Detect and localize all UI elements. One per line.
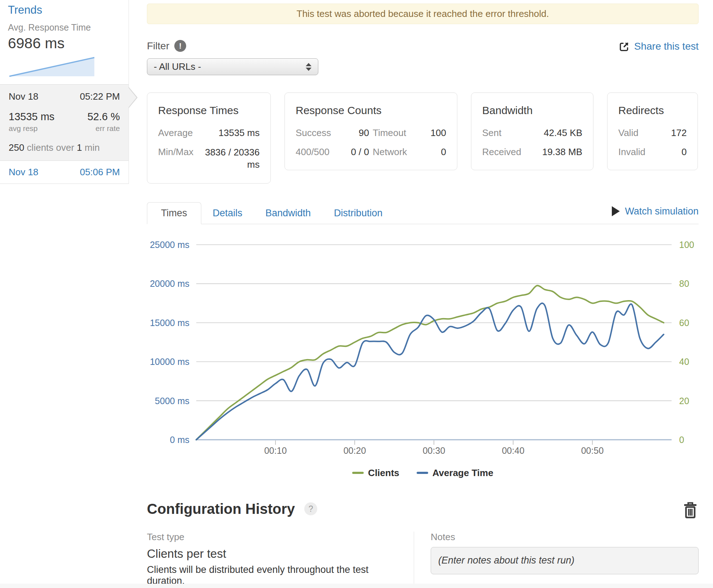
stat-label: Network — [373, 146, 417, 158]
tab-distribution[interactable]: Distribution — [322, 203, 394, 224]
times-line-chart: 0 ms5000 ms10000 ms15000 ms20000 ms25000… — [147, 239, 699, 462]
svg-text:100: 100 — [679, 240, 694, 250]
svg-text:10000 ms: 10000 ms — [150, 357, 189, 367]
stat-value: 0 / 0 — [344, 146, 369, 158]
stat-label: Success — [296, 127, 340, 139]
stat-value: 90 — [344, 127, 369, 139]
svg-text:20000 ms: 20000 ms — [150, 279, 189, 289]
trends-sidebar: Trends Avg. Response Time 6986 ms Nov 18… — [0, 0, 129, 184]
svg-text:00:30: 00:30 — [423, 445, 445, 456]
stat-label: Received — [482, 146, 521, 158]
test-type-description: Clients will be distributed evenly throu… — [147, 564, 397, 587]
configuration-history-title: Configuration History — [147, 501, 295, 517]
stat-label: 400/500 — [296, 146, 340, 158]
stat-value: 3836 / 20336 ms — [197, 146, 260, 171]
avg-response-time-value: 6986 ms — [8, 35, 121, 52]
svg-text:25000 ms: 25000 ms — [150, 240, 189, 250]
test-type-label: Test type — [147, 532, 397, 543]
trend-sparkline-chart — [9, 55, 95, 78]
share-icon — [619, 41, 630, 52]
stat-value: 0 — [421, 146, 446, 158]
main-content: This test was aborted because it reached… — [129, 0, 713, 588]
url-filter-select[interactable]: - All URLs - — [147, 58, 318, 75]
svg-text:00:20: 00:20 — [344, 445, 366, 456]
run-clients-text: clients over — [24, 142, 77, 153]
test-type-value: Clients per test — [147, 547, 397, 561]
average-time-legend-label: Average Time — [432, 467, 493, 479]
average-time-legend-swatch-icon — [417, 472, 428, 474]
watch-simulation-link[interactable]: Watch simulation — [612, 206, 699, 217]
legend-item-average-time[interactable]: Average Time — [417, 467, 493, 479]
run-err-rate-value: 52.6 % — [88, 111, 120, 123]
svg-text:00:10: 00:10 — [264, 445, 287, 456]
previous-run-time: 05:06 PM — [80, 167, 120, 178]
run-err-rate-label: err rate — [95, 124, 120, 133]
test-type-column: Test type Clients per test Clients will … — [147, 532, 414, 588]
card-title: Response Times — [158, 104, 260, 117]
stat-label: Invalid — [618, 146, 645, 158]
share-this-test-link[interactable]: Share this test — [619, 41, 699, 52]
help-icon[interactable]: ? — [304, 502, 317, 515]
svg-text:00:40: 00:40 — [502, 445, 525, 456]
share-link-label: Share this test — [634, 41, 699, 52]
tab-bandwidth[interactable]: Bandwidth — [254, 203, 322, 224]
configuration-history-section: Configuration History ? Test type Client… — [147, 501, 699, 588]
test-run-item-previous[interactable]: Nov 18 05:06 PM — [0, 160, 129, 184]
svg-text:5000 ms: 5000 ms — [155, 395, 189, 406]
notes-column: Notes (Enter notes about this test run) … — [414, 532, 699, 588]
times-chart: 0 ms5000 ms10000 ms15000 ms20000 ms25000… — [147, 239, 699, 479]
tab-details[interactable]: Details — [201, 203, 254, 224]
clients-legend-swatch-icon — [352, 472, 364, 474]
stat-value: 100 — [421, 127, 446, 139]
card-title: Response Counts — [296, 104, 446, 117]
response-counts-card: Response Counts Success 90 Timeout 100 4… — [284, 92, 457, 170]
run-clients-duration: 1 — [77, 142, 82, 153]
select-stepper-icon — [306, 63, 311, 71]
notes-label: Notes — [431, 532, 699, 543]
svg-text:40: 40 — [679, 357, 689, 367]
play-icon — [612, 206, 620, 216]
card-title: Bandwidth — [482, 104, 582, 117]
run-clients-unit: min — [82, 142, 100, 153]
stat-label: Average — [158, 127, 193, 139]
stat-value: 42.45 KB — [544, 127, 582, 139]
svg-text:80: 80 — [679, 279, 689, 289]
card-title: Redirects — [618, 104, 687, 117]
run-clients-count: 250 — [9, 142, 24, 153]
trash-icon — [683, 502, 698, 519]
run-date: Nov 18 — [9, 91, 38, 102]
run-clients-summary: 250 clients over 1 min — [9, 142, 120, 153]
chart-tabs-bar: Times Details Bandwidth Distribution Wat… — [147, 202, 699, 224]
legend-item-clients[interactable]: Clients — [352, 467, 399, 479]
run-avg-resp-value: 13535 ms — [9, 111, 54, 123]
redirects-card: Redirects Valid 172 Invalid 0 — [607, 92, 698, 170]
stat-value: 13535 ms — [219, 127, 260, 139]
watch-simulation-label: Watch simulation — [625, 206, 699, 217]
stat-label: Sent — [482, 127, 502, 139]
info-icon[interactable]: ! — [174, 40, 186, 52]
svg-text:60: 60 — [679, 317, 689, 327]
run-avg-resp-label: avg resp — [9, 124, 38, 133]
notes-input[interactable]: (Enter notes about this test run) — [431, 547, 699, 574]
stat-label: Valid — [618, 127, 638, 139]
test-run-item-selected[interactable]: Nov 18 05:22 PM 13535 ms 52.6 % avg resp… — [0, 84, 129, 160]
filter-label: Filter — [147, 40, 169, 52]
stat-value: 172 — [671, 127, 687, 139]
previous-run-date: Nov 18 — [9, 167, 38, 178]
trends-title[interactable]: Trends — [8, 4, 121, 17]
response-times-card: Response Times Average 13535 ms Min/Max … — [147, 92, 271, 184]
tab-times[interactable]: Times — [147, 202, 201, 224]
chart-legend: Clients Average Time — [147, 467, 699, 479]
svg-text:20: 20 — [679, 395, 689, 406]
url-filter-selected-value: - All URLs - — [154, 61, 201, 72]
avg-response-time-label: Avg. Response Time — [8, 22, 121, 33]
delete-test-button[interactable] — [683, 502, 698, 520]
svg-text:15000 ms: 15000 ms — [150, 317, 189, 327]
stat-label: Timeout — [373, 127, 417, 139]
clients-legend-label: Clients — [368, 467, 399, 479]
test-aborted-banner: This test was aborted because it reached… — [147, 4, 699, 24]
svg-text:0: 0 — [679, 435, 684, 445]
run-time: 05:22 PM — [80, 91, 120, 102]
page-footer-strip — [0, 584, 713, 588]
svg-text:0 ms: 0 ms — [170, 435, 189, 445]
